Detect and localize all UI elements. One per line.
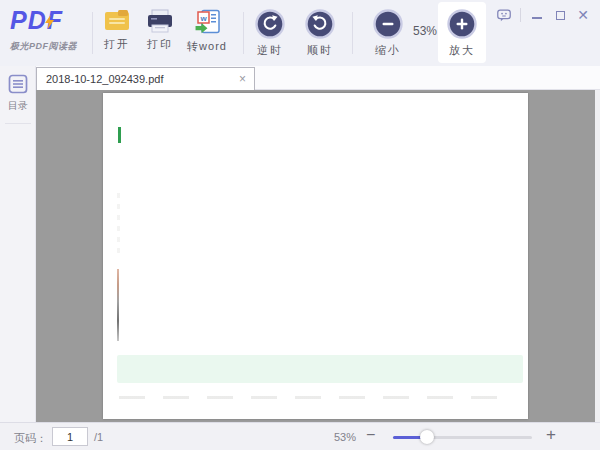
plus-circle-icon xyxy=(447,9,477,39)
toc-label: 目录 xyxy=(0,99,36,113)
rotate-ccw-label: 逆时 xyxy=(242,43,298,58)
zoom-in-button[interactable]: 放大 xyxy=(434,9,490,61)
word-convert-icon: w xyxy=(193,9,221,35)
document-tab[interactable]: 2018-10-12_092439.pdf × xyxy=(36,67,255,90)
highlight-band xyxy=(117,355,523,383)
app-window: PDF 极光PDF阅读器 打开 打印 xyxy=(0,0,600,450)
rotate-clockwise-button[interactable]: 顺时 xyxy=(292,9,348,61)
rotate-ccw-icon xyxy=(255,9,285,39)
slider-zoom-out-button[interactable]: − xyxy=(366,426,375,444)
toc-list-icon xyxy=(8,74,28,94)
vertical-scrollbar[interactable] xyxy=(595,90,600,422)
logo-subtitle: 极光PDF阅读器 xyxy=(10,40,90,53)
pdf-page[interactable] xyxy=(103,93,528,419)
rotate-cw-label: 顺时 xyxy=(292,43,348,58)
page-total: /1 xyxy=(94,431,103,443)
minimize-button[interactable] xyxy=(530,8,544,22)
tab-title: 2018-10-12_092439.pdf xyxy=(37,73,231,85)
rotate-cw-icon xyxy=(305,9,335,39)
close-button[interactable]: ✕ xyxy=(576,8,590,22)
slider-thumb[interactable] xyxy=(420,430,434,444)
folder-icon xyxy=(103,9,131,33)
zoom-in-label: 放大 xyxy=(434,43,490,58)
window-controls: ✕ xyxy=(497,6,590,24)
zoom-out-label: 缩小 xyxy=(360,43,416,58)
minimize-icon xyxy=(532,17,542,19)
statusbar-zoom-level: 53% xyxy=(334,431,356,443)
minus-circle-icon xyxy=(373,9,403,39)
app-logo: PDF 极光PDF阅读器 xyxy=(10,6,90,60)
faint-left-text xyxy=(117,193,120,255)
convert-to-word-button[interactable]: w 转word xyxy=(179,9,235,61)
toc-button[interactable]: 目录 xyxy=(0,66,36,113)
close-icon: ✕ xyxy=(577,8,589,22)
feedback-bubble-icon xyxy=(497,7,511,24)
sidebar-divider xyxy=(5,123,31,124)
maximize-icon xyxy=(556,11,565,20)
page-number-label: 页码： xyxy=(14,431,47,446)
svg-text:w: w xyxy=(199,14,207,23)
convert-to-word-label: 转word xyxy=(179,39,235,54)
tab-bar: 2018-10-12_092439.pdf × xyxy=(36,66,600,90)
feedback-button[interactable] xyxy=(497,8,511,22)
controls-divider xyxy=(520,8,521,22)
logo-text: PDF xyxy=(10,6,90,34)
green-marker-annotation xyxy=(118,127,121,143)
toolbar: PDF 极光PDF阅读器 打开 打印 xyxy=(0,0,600,66)
status-bar: 页码： /1 53% − + xyxy=(0,422,600,450)
faint-bottom-row xyxy=(119,396,513,399)
toolbar-divider xyxy=(352,12,353,54)
slider-zoom-in-button[interactable]: + xyxy=(546,425,556,445)
faint-left-marks xyxy=(117,269,119,341)
tab-close-icon[interactable]: × xyxy=(231,72,254,86)
sidebar: 目录 xyxy=(0,66,36,422)
page-number-input[interactable] xyxy=(52,427,88,446)
maximize-button[interactable] xyxy=(553,8,567,22)
rotate-counterclockwise-button[interactable]: 逆时 xyxy=(242,9,298,61)
document-viewport[interactable] xyxy=(36,90,600,422)
printer-icon xyxy=(146,9,174,33)
zoom-slider[interactable] xyxy=(393,431,532,443)
